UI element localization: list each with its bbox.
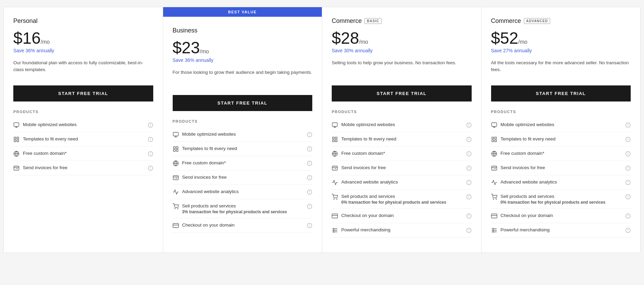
info-icon[interactable]	[625, 180, 631, 185]
info-icon[interactable]	[466, 165, 472, 171]
globe-icon	[332, 151, 338, 157]
card-icon	[491, 213, 497, 219]
globe-icon	[173, 160, 179, 166]
info-icon[interactable]	[148, 165, 153, 171]
info-icon[interactable]	[466, 228, 472, 233]
price-amount: $16	[13, 29, 41, 47]
feature-text-block: Templates to fit every need	[341, 136, 396, 142]
feature-left: Mobile optimized websites	[173, 131, 305, 138]
feature-left: Send invoices for free	[491, 165, 624, 171]
info-icon[interactable]	[466, 194, 472, 200]
feature-text-block: Advanced website analytics	[182, 189, 239, 195]
info-icon[interactable]	[466, 122, 472, 128]
feature-item: Advanced website analytics	[173, 185, 313, 199]
feature-text-block: Templates to fit every need	[182, 146, 237, 152]
svg-rect-115	[495, 137, 496, 139]
start-trial-button[interactable]: START FREE TRIAL	[332, 85, 472, 101]
start-trial-button[interactable]: START FREE TRIAL	[13, 85, 153, 101]
svg-point-53	[175, 208, 175, 209]
plan-price: $28/mo	[332, 30, 472, 46]
monitor-icon	[173, 132, 179, 138]
feature-text: Send invoices for free	[501, 165, 545, 171]
save-text[interactable]: Save 36% annually	[173, 57, 313, 63]
info-icon[interactable]	[307, 132, 312, 137]
info-icon[interactable]	[466, 180, 472, 185]
plan-card-commerce-basic: CommerceBASIC $28/mo Save 30% annuallySe…	[322, 7, 482, 253]
feature-text: Advanced website analytics	[341, 179, 398, 186]
svg-rect-8	[14, 140, 16, 142]
feature-left: Send invoices for free	[173, 174, 305, 181]
svg-rect-96	[332, 214, 338, 218]
info-icon[interactable]	[466, 137, 472, 142]
info-icon[interactable]	[625, 213, 631, 219]
monitor-icon	[491, 122, 497, 128]
feature-item: Mobile optimized websites	[491, 118, 631, 132]
svg-rect-63	[332, 123, 338, 126]
info-icon[interactable]	[148, 151, 153, 157]
cart-icon	[173, 203, 179, 209]
monitor-icon	[13, 122, 19, 128]
info-icon[interactable]	[307, 146, 312, 152]
info-icon[interactable]	[625, 137, 631, 142]
info-icon[interactable]	[625, 228, 631, 233]
feature-text-block: Advanced website analytics	[501, 179, 557, 186]
info-icon[interactable]	[148, 137, 153, 142]
feature-left: Checkout on your domain	[173, 222, 305, 229]
info-icon[interactable]	[307, 204, 312, 209]
info-icon[interactable]	[625, 194, 631, 200]
info-icon[interactable]	[466, 151, 472, 157]
feature-left: Free custom domain*	[491, 150, 624, 157]
invoice-icon	[332, 165, 338, 171]
info-icon[interactable]	[307, 175, 312, 180]
info-icon[interactable]	[466, 213, 472, 219]
svg-rect-25	[173, 132, 178, 136]
feature-text-block: Sell products and services 0% transactio…	[501, 193, 605, 205]
plan-card-personal: Personal $16/mo Save 36% annuallyOur fou…	[3, 7, 163, 253]
svg-rect-32	[176, 147, 178, 148]
start-trial-button[interactable]: START FREE TRIAL	[491, 85, 631, 101]
start-trial-button[interactable]: START FREE TRIAL	[173, 95, 313, 111]
feature-text: Send invoices for free	[341, 165, 386, 171]
feature-item: Checkout on your domain	[173, 218, 313, 233]
feature-left: Checkout on your domain	[491, 213, 624, 219]
feature-item: Send invoices for free	[173, 171, 313, 185]
svg-rect-108	[491, 123, 497, 126]
info-icon[interactable]	[625, 151, 631, 157]
svg-rect-126	[491, 166, 497, 170]
feature-item: Checkout on your domain	[491, 209, 631, 223]
feature-text-block: Sell products and services 3% transactio…	[182, 203, 287, 214]
info-icon[interactable]	[307, 161, 312, 166]
feature-left: Powerful merchandising	[491, 227, 624, 233]
info-icon[interactable]	[625, 165, 631, 171]
save-text[interactable]: Save 30% annually	[332, 48, 472, 53]
feature-item: Free custom domain*	[332, 147, 472, 161]
save-text[interactable]: Save 27% annually	[491, 48, 631, 53]
feature-item: Mobile optimized websites	[332, 118, 472, 132]
feature-text: Checkout on your domain	[501, 213, 553, 219]
price-amount: $28	[332, 29, 359, 47]
feature-subtext: 0% transaction fee for physical products…	[501, 200, 605, 205]
svg-rect-72	[335, 140, 337, 142]
svg-rect-7	[17, 137, 19, 139]
merch-icon	[491, 227, 497, 233]
merch-icon	[332, 227, 338, 233]
feature-text: Send invoices for free	[182, 174, 227, 181]
feature-text-block: Checkout on your domain	[501, 213, 553, 219]
feature-left: Mobile optimized websites	[332, 122, 464, 128]
feature-text: Free custom domain*	[182, 160, 226, 166]
feature-text-block: Powerful merchandising	[501, 227, 550, 233]
svg-rect-0	[14, 123, 19, 126]
info-icon[interactable]	[148, 122, 153, 128]
feature-text: Sell products and services	[341, 193, 446, 200]
feature-item: Mobile optimized websites	[13, 118, 153, 132]
feature-item: Free custom domain*	[491, 147, 631, 161]
svg-point-136	[493, 199, 494, 200]
feature-text: Send invoices for free	[23, 165, 68, 171]
info-icon[interactable]	[307, 189, 312, 195]
feature-left: Checkout on your domain	[332, 213, 464, 219]
save-text[interactable]: Save 36% annually	[13, 48, 153, 53]
plan-name: CommerceBASIC	[332, 17, 472, 25]
info-icon[interactable]	[625, 122, 631, 128]
info-icon[interactable]	[307, 223, 312, 228]
feature-item: Advanced website analytics	[491, 175, 631, 190]
